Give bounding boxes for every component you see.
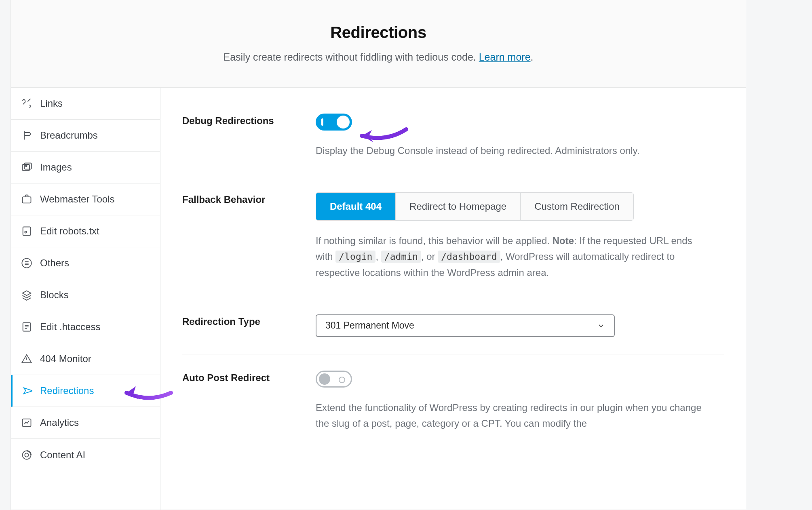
settings-sidebar: Links Breadcrumbs Images Webmaster Tools: [11, 88, 160, 510]
sidebar-item-label: Content AI: [40, 449, 85, 461]
setting-redirection-type: Redirection Type 301 Permanent Move: [182, 298, 724, 354]
redirection-type-select[interactable]: 301 Permanent Move: [316, 314, 615, 337]
sidebar-item-edit-htaccess[interactable]: Edit .htaccess: [11, 311, 160, 343]
fallback-option-custom[interactable]: Custom Redirection: [521, 193, 633, 220]
setting-description: Display the Debug Console instead of bei…: [316, 143, 712, 159]
file-list-icon: [21, 321, 33, 333]
debug-redirections-toggle[interactable]: [316, 114, 352, 131]
page-subtitle: Easily create redirects without fiddling…: [223, 51, 533, 63]
setting-label: Debug Redirections: [182, 114, 316, 126]
sidebar-item-breadcrumbs[interactable]: Breadcrumbs: [11, 120, 160, 152]
sidebar-item-label: Edit robots.txt: [40, 225, 99, 237]
stack-icon: [21, 289, 33, 301]
sidebar-item-blocks[interactable]: Blocks: [11, 279, 160, 311]
links-icon: [21, 97, 33, 110]
sidebar-item-label: 404 Monitor: [40, 353, 91, 365]
robot-file-icon: [21, 225, 33, 237]
setting-fallback-behavior: Fallback Behavior Default 404 Redirect t…: [182, 176, 724, 298]
setting-label: Redirection Type: [182, 314, 316, 327]
auto-post-redirect-toggle[interactable]: [316, 371, 352, 388]
sidebar-item-images[interactable]: Images: [11, 152, 160, 183]
redirect-icon: [21, 385, 33, 397]
svg-rect-4: [23, 227, 31, 236]
setting-label: Auto Post Redirect: [182, 371, 316, 384]
signpost-icon: [21, 129, 33, 141]
page-header: Redirections Easily create redirects wit…: [11, 0, 746, 88]
sidebar-item-links[interactable]: Links: [11, 88, 160, 120]
setting-label: Fallback Behavior: [182, 192, 316, 205]
page-title: Redirections: [330, 23, 426, 42]
svg-point-5: [25, 231, 27, 233]
setting-description: If nothing similar is found, this behavi…: [316, 233, 712, 281]
svg-rect-3: [23, 197, 31, 203]
settings-content: Debug Redirections Display the Debug Con…: [160, 88, 746, 510]
sidebar-item-redirections[interactable]: Redirections: [11, 375, 160, 407]
sidebar-item-label: Blocks: [40, 289, 69, 301]
sidebar-item-webmaster-tools[interactable]: Webmaster Tools: [11, 183, 160, 215]
setting-debug-redirections: Debug Redirections Display the Debug Con…: [182, 110, 724, 176]
fallback-option-default-404[interactable]: Default 404: [316, 193, 396, 220]
sidebar-item-label: Edit .htaccess: [40, 321, 100, 333]
setting-auto-post-redirect: Auto Post Redirect Extend the functional…: [182, 354, 724, 449]
briefcase-icon: [21, 193, 33, 205]
svg-point-10: [25, 453, 28, 457]
sidebar-item-label: Links: [40, 98, 63, 109]
content-ai-icon: [21, 449, 33, 461]
learn-more-link[interactable]: Learn more: [479, 51, 531, 63]
sidebar-item-label: Breadcrumbs: [40, 130, 98, 141]
setting-description: Extend the functionality of WordPress by…: [316, 400, 712, 432]
fallback-option-homepage[interactable]: Redirect to Homepage: [396, 193, 521, 220]
fallback-segmented-control: Default 404 Redirect to Homepage Custom …: [316, 192, 634, 221]
sidebar-item-label: Images: [40, 162, 72, 173]
sidebar-item-content-ai[interactable]: Content AI: [11, 439, 160, 471]
sidebar-item-others[interactable]: Others: [11, 247, 160, 279]
svg-point-2: [25, 165, 27, 167]
images-icon: [21, 161, 33, 173]
sidebar-item-edit-robots[interactable]: Edit robots.txt: [11, 215, 160, 247]
sidebar-item-404-monitor[interactable]: 404 Monitor: [11, 343, 160, 375]
sidebar-item-label: Redirections: [40, 385, 94, 396]
sidebar-item-label: Webmaster Tools: [40, 194, 115, 205]
sidebar-item-analytics[interactable]: Analytics: [11, 407, 160, 439]
sidebar-item-label: Others: [40, 257, 69, 269]
select-value: 301 Permanent Move: [325, 320, 414, 331]
sidebar-item-label: Analytics: [40, 417, 79, 428]
list-circle-icon: [21, 257, 33, 269]
analytics-icon: [21, 417, 33, 429]
chevron-down-icon: [597, 322, 605, 330]
warning-triangle-icon: [21, 353, 33, 365]
